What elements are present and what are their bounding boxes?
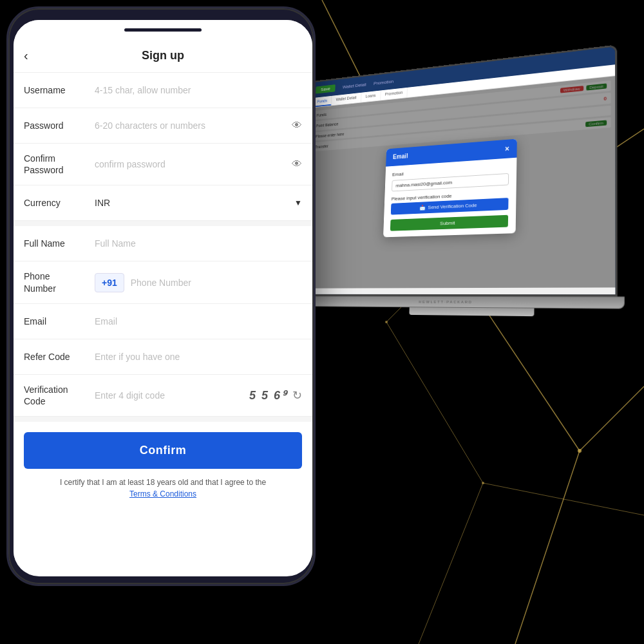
auth-section: Username 4-15 char, allow number Passwor…	[14, 73, 312, 226]
personal-section: Full Name Full Name PhoneNumber +91 Phon…	[14, 226, 312, 422]
email-placeholder: Email	[95, 316, 302, 327]
password-input-area[interactable]: 6-20 characters or numbers 👁	[95, 120, 302, 131]
form-content: Username 4-15 char, allow number Passwor…	[14, 73, 312, 571]
phone-number-label: PhoneNumber	[24, 270, 95, 294]
phone-outer-shell: ‹ Sign up Username 4-15 char, allow numb…	[6, 6, 316, 586]
confirm-password-label: ConfirmPassword	[24, 153, 95, 176]
username-placeholder: 4-15 char, allow number	[95, 85, 302, 95]
fullname-input-area[interactable]: Full Name	[95, 238, 302, 249]
laptop-content-area: Funds Withdraw Deposit Point Balance 0 P…	[302, 76, 616, 289]
fullname-label: Full Name	[24, 238, 95, 249]
phone-number-input-area[interactable]: +91 Phone Number	[95, 273, 302, 292]
email-label: Email	[24, 316, 95, 327]
phone-screen: ‹ Sign up Username 4-15 char, allow numb…	[14, 20, 312, 576]
back-button[interactable]: ‹	[24, 46, 33, 66]
captcha-area: 5 5 6⁹ ↻	[249, 388, 302, 402]
currency-dropdown-icon[interactable]: ▼	[294, 198, 302, 207]
laptop-modal-overlay: Email × Email Please input verification …	[302, 76, 616, 289]
confirm-password-placeholder: confirm password	[95, 159, 292, 169]
phone-notch	[14, 20, 312, 39]
app-header: ‹ Sign up	[14, 39, 312, 73]
confirm-button[interactable]: Confirm	[24, 432, 302, 469]
password-eye-icon[interactable]: 👁	[292, 120, 302, 131]
fullname-row: Full Name Full Name	[14, 226, 312, 261]
laptop-stand	[409, 307, 534, 316]
password-row: Password 6-20 characters or numbers 👁	[14, 108, 312, 144]
terms-text: I certify that I am at least 18 years ol…	[24, 477, 302, 500]
refer-code-label: Refer Code	[24, 352, 95, 362]
verification-code-row: VerificationCode Enter 4 digit code 5 5 …	[14, 375, 312, 417]
username-label: Username	[24, 85, 95, 95]
confirm-password-row: ConfirmPassword confirm password 👁	[14, 144, 312, 185]
page-title: Sign up	[142, 49, 184, 62]
laptop-header-text2: Promotion	[374, 79, 393, 86]
laptop-base: HEWLETT·PACKARD	[294, 296, 625, 309]
notch-bar	[124, 28, 202, 32]
phone-prefix: +91	[95, 273, 124, 292]
verify-btn-label: Send Verification Code	[428, 202, 477, 210]
verification-code-label: VerificationCode	[24, 384, 95, 407]
username-input-area[interactable]: 4-15 char, allow number	[95, 85, 302, 95]
confirm-password-eye-icon[interactable]: 👁	[292, 158, 302, 170]
laptop-app: Save Wallet Detail Promotion Funds Walle…	[301, 47, 615, 295]
currency-label: Currency	[24, 198, 95, 208]
fullname-placeholder: Full Name	[95, 238, 302, 249]
laptop-modal-body: Email Please input verification code 📩 S…	[383, 157, 516, 237]
confirm-password-input-area[interactable]: confirm password 👁	[95, 158, 302, 170]
laptop-modal-close-button[interactable]: ×	[505, 144, 509, 153]
currency-row: Currency INR ▼	[14, 185, 312, 221]
username-row: Username 4-15 char, allow number	[14, 73, 312, 108]
captcha-code: 5 5 6⁹	[249, 388, 287, 402]
confirm-section: Confirm I certify that I am at least 18 …	[14, 422, 312, 510]
laptop-brand: HEWLETT·PACKARD	[419, 300, 473, 304]
laptop-screen-inner: Save Wallet Detail Promotion Funds Walle…	[301, 47, 615, 295]
phone-mockup: ‹ Sign up Username 4-15 char, allow numb…	[0, 0, 328, 592]
refer-code-row: Refer Code Enter if you have one	[14, 339, 312, 375]
laptop-modal: Email × Email Please input verification …	[383, 138, 517, 237]
currency-value: INR	[95, 198, 110, 208]
laptop-mockup: Save Wallet Detail Promotion Funds Walle…	[289, 38, 644, 572]
password-placeholder: 6-20 characters or numbers	[95, 120, 292, 131]
laptop-header-text: Wallet Detail	[343, 82, 366, 90]
currency-input-area[interactable]: INR ▼	[95, 198, 302, 208]
laptop-screen-outer: Save Wallet Detail Promotion Funds Walle…	[300, 44, 618, 296]
refer-code-input-area[interactable]: Enter if you have one	[95, 352, 302, 362]
phone-number-row: PhoneNumber +91 Phone Number	[14, 261, 312, 303]
email-row: Email Email	[14, 304, 312, 339]
terms-link[interactable]: Terms & Conditions	[129, 489, 196, 498]
email-input-area[interactable]: Email	[95, 316, 302, 327]
password-label: Password	[24, 120, 95, 131]
laptop-modal-title: Email	[393, 153, 408, 160]
verification-code-input-area[interactable]: Enter 4 digit code 5 5 6⁹ ↻	[95, 388, 302, 402]
refer-code-placeholder: Enter if you have one	[95, 352, 302, 362]
terms-main-text: I certify that I am at least 18 years ol…	[60, 478, 266, 487]
phone-number-placeholder: Phone Number	[131, 278, 302, 288]
refresh-captcha-icon[interactable]: ↻	[292, 388, 302, 402]
laptop-modal-submit-button[interactable]: Submit	[390, 214, 508, 231]
verification-placeholder: Enter 4 digit code	[95, 390, 249, 401]
